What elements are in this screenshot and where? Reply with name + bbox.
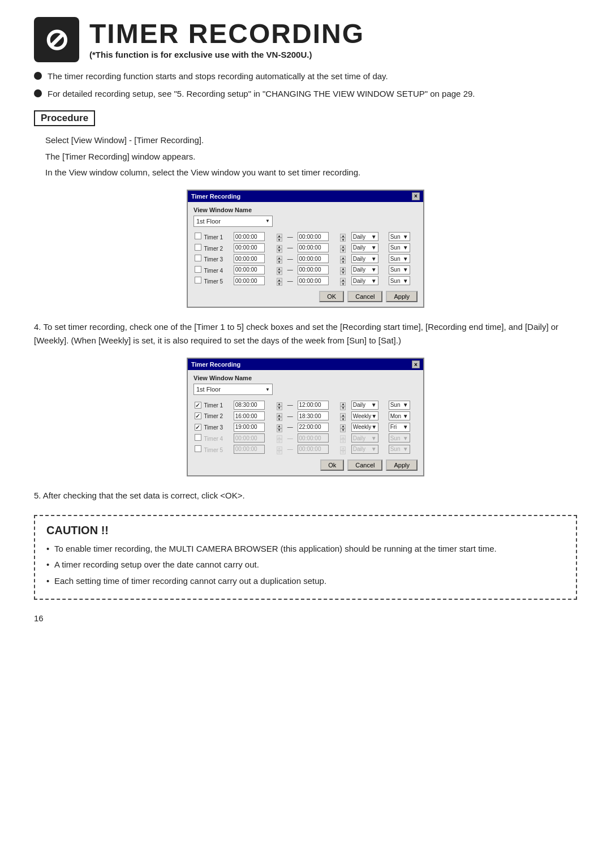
timer3-day[interactable]: Sun▼ — [389, 254, 410, 263]
timer1-start-spin[interactable]: ▲▼ — [277, 234, 282, 242]
timer4-label: Timer 4 — [204, 268, 223, 274]
d2-timer4-freq: Daily▼ — [351, 433, 378, 442]
d2-timer4-label: Timer 4 — [204, 436, 223, 442]
bullet-dot — [34, 72, 42, 80]
dialog2-wrapper: Timer Recording × View Window Name 1st F… — [34, 358, 577, 476]
d2-timer4-checkbox[interactable] — [195, 434, 201, 441]
dialog1-close-button[interactable]: × — [412, 192, 420, 200]
svg-text:⊘: ⊘ — [44, 23, 69, 56]
timer4-start-spin[interactable]: ▲▼ — [277, 267, 282, 275]
timer1-start[interactable]: 00:00:00 — [234, 232, 265, 241]
step-3: In the View window column, select the Vi… — [45, 166, 577, 179]
d2-timer2-day[interactable]: Mon▼ — [389, 411, 410, 420]
timer1-end-spin[interactable]: ▲▼ — [340, 234, 346, 242]
table-row: Timer 2 00:00:00 ▲▼ — 00:00:00 ▲▼ Daily▼… — [193, 242, 418, 253]
d2-timer5-start-spin: ▲▼ — [277, 446, 282, 454]
timer4-start[interactable]: 00:00:00 — [234, 265, 265, 274]
timer5-end-spin[interactable]: ▲▼ — [340, 278, 346, 286]
d2-timer3-start-spin[interactable]: ▲▼ — [277, 424, 282, 432]
d2-timer2-end-spin[interactable]: ▲▼ — [340, 413, 346, 421]
timer4-end-spin[interactable]: ▲▼ — [340, 267, 346, 275]
dialog1-wrapper: Timer Recording × View Window Name 1st F… — [34, 190, 577, 308]
dialog1-title: Timer Recording — [191, 193, 240, 200]
d2-timer5-checkbox[interactable] — [195, 445, 201, 452]
dialog1-ok-button[interactable]: OK — [319, 291, 344, 302]
d2-timer3-day[interactable]: Fri▼ — [389, 423, 410, 432]
timer4-day[interactable]: Sun▼ — [389, 265, 410, 274]
d2-timer3-checkbox[interactable]: ✓ — [195, 424, 201, 431]
dialog2-vw-label: View Window Name — [193, 375, 418, 381]
d2-timer2-end[interactable]: 18:30:00 — [298, 411, 329, 420]
dialog2-close-button[interactable]: × — [412, 360, 420, 368]
bullet-item: For detailed recording setup, see "5. Re… — [34, 88, 577, 101]
timer5-day[interactable]: Sun▼ — [389, 276, 410, 285]
dialog1-cancel-button[interactable]: Cancel — [347, 291, 382, 302]
timer3-freq[interactable]: Daily▼ — [351, 254, 378, 263]
d2-timer2-freq[interactable]: Weekly▼ — [351, 411, 378, 420]
timer3-start[interactable]: 00:00:00 — [234, 254, 265, 263]
timer3-checkbox[interactable] — [195, 255, 201, 261]
d2-timer3-freq[interactable]: Weekly▼ — [351, 423, 378, 432]
dialog1-titlebar: Timer Recording × — [188, 191, 423, 202]
dialog2-dropdown[interactable]: 1st Floor ▼ — [193, 384, 273, 395]
dialog2-cancel-button[interactable]: Cancel — [347, 459, 382, 471]
d2-timer3-start[interactable]: 19:00:00 — [234, 423, 265, 432]
d2-timer5-freq: Daily▼ — [351, 445, 378, 454]
timer4-checkbox[interactable] — [195, 266, 201, 273]
d2-timer5-day: Sun▼ — [389, 445, 410, 454]
timer5-label: Timer 5 — [204, 278, 223, 285]
timer2-start[interactable]: 00:00:00 — [234, 243, 265, 252]
dialog1-apply-button[interactable]: Apply — [386, 291, 418, 302]
d2-timer1-label: Timer 1 — [204, 402, 223, 409]
timer2-end[interactable]: 00:00:00 — [298, 243, 329, 252]
caution-title: CAUTION !! — [46, 524, 565, 537]
caution-box: CAUTION !! To enable timer recording, th… — [34, 515, 577, 600]
timer2-day[interactable]: Sun▼ — [389, 243, 410, 252]
timer2-freq[interactable]: Daily▼ — [351, 243, 378, 252]
d2-timer3-end-spin[interactable]: ▲▼ — [340, 424, 346, 432]
caution-item: Each setting time of timer recording can… — [46, 575, 565, 588]
timer5-freq[interactable]: Daily▼ — [351, 276, 378, 285]
table-row: ✓ Timer 2 16:00:00 ▲▼ — 18:30:00 ▲▼ Week… — [193, 411, 418, 422]
timer3-end-spin[interactable]: ▲▼ — [340, 256, 346, 264]
d2-timer1-day[interactable]: Sun▼ — [389, 401, 410, 410]
d2-timer2-label: Timer 2 — [204, 413, 223, 419]
d2-timer1-end[interactable]: 12:00:00 — [298, 401, 329, 410]
timer4-freq[interactable]: Daily▼ — [351, 265, 378, 274]
timer-recording-dialog-1: Timer Recording × View Window Name 1st F… — [187, 190, 424, 308]
timer2-end-spin[interactable]: ▲▼ — [340, 245, 346, 253]
dialog1-dropdown[interactable]: 1st Floor ▼ — [193, 216, 273, 227]
timer1-day[interactable]: Sun▼ — [389, 232, 410, 241]
timer2-checkbox[interactable] — [195, 244, 201, 251]
timer5-start[interactable]: 00:00:00 — [234, 276, 265, 285]
timer5-start-spin[interactable]: ▲▼ — [277, 278, 282, 286]
timer1-freq[interactable]: Daily▼ — [351, 232, 378, 241]
table-row: Timer 3 00:00:00 ▲▼ — 00:00:00 ▲▼ Daily▼… — [193, 253, 418, 265]
d2-timer5-end-spin: ▲▼ — [340, 446, 346, 454]
intro-bullets: The timer recording function starts and … — [34, 70, 577, 100]
d2-timer1-end-spin[interactable]: ▲▼ — [340, 402, 346, 410]
timer2-start-spin[interactable]: ▲▼ — [277, 245, 282, 253]
d2-timer1-checkbox[interactable]: ✓ — [195, 402, 201, 409]
d2-timer2-start[interactable]: 16:00:00 — [234, 411, 265, 420]
d2-timer2-start-spin[interactable]: ▲▼ — [277, 413, 282, 421]
d2-timer1-freq[interactable]: Daily▼ — [351, 401, 378, 410]
timer5-end[interactable]: 00:00:00 — [298, 276, 329, 285]
d2-timer3-end[interactable]: 22:00:00 — [298, 423, 329, 432]
dialog2-dropdown-row: 1st Floor ▼ — [193, 384, 418, 395]
timer4-end[interactable]: 00:00:00 — [298, 265, 329, 274]
d2-timer2-checkbox[interactable]: ✓ — [195, 412, 201, 419]
d2-timer1-start[interactable]: 08:30:00 — [234, 401, 265, 410]
timer1-checkbox[interactable] — [195, 233, 201, 239]
timer1-end[interactable]: 00:00:00 — [298, 232, 329, 241]
dialog2-ok-button[interactable]: Ok — [320, 459, 344, 471]
procedure-label: Procedure — [34, 110, 95, 126]
dialog2-apply-button[interactable]: Apply — [386, 459, 418, 471]
d2-timer1-start-spin[interactable]: ▲▼ — [277, 402, 282, 410]
dialog1-body: View Window Name 1st Floor ▼ Timer 1 00:… — [188, 202, 423, 307]
d2-timer5-start: 00:00:00 — [234, 445, 265, 454]
timer3-end[interactable]: 00:00:00 — [298, 254, 329, 263]
timer5-checkbox[interactable] — [195, 277, 201, 283]
timer2-label: Timer 2 — [204, 246, 223, 252]
timer3-start-spin[interactable]: ▲▼ — [277, 256, 282, 264]
